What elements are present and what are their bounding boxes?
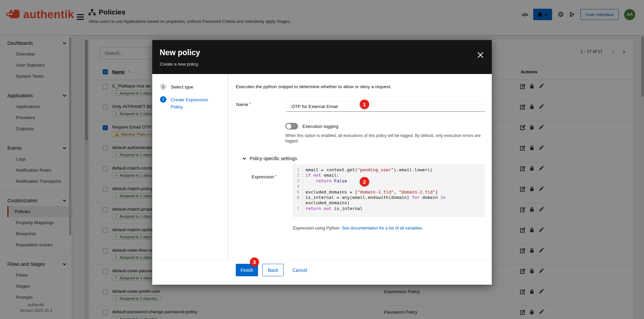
code-line: 7return not is_internal	[292, 206, 483, 211]
step-number-circle: 1	[160, 83, 166, 90]
close-icon[interactable]	[478, 52, 484, 59]
expression-help: Expression using Python. See documentati…	[293, 226, 423, 231]
line-number: 5	[292, 189, 303, 195]
cancel-button[interactable]: Cancel	[292, 264, 307, 276]
chevron-down-icon	[243, 156, 246, 160]
modal-title: New policy	[160, 48, 484, 57]
wizard-step-2[interactable]: 2Create Expression Policy	[152, 96, 228, 111]
line-number: 2	[292, 173, 303, 178]
modal-subtitle: Create a new policy.	[160, 62, 484, 67]
policy-settings-expander[interactable]: Policy-specific settings	[243, 156, 297, 161]
annotation-badge-2: 2	[360, 177, 369, 186]
code-line: 5excluded_domains = ["domain-1.tld", "do…	[292, 189, 483, 195]
execution-logging-toggle[interactable]	[285, 123, 298, 130]
step-number-circle: 2	[160, 96, 166, 103]
line-number: 3	[292, 178, 303, 184]
annotation-badge-3: 3	[250, 257, 259, 267]
execution-logging-label: Execution logging	[302, 124, 339, 129]
wizard-step-1[interactable]: 1Select type	[152, 83, 228, 91]
line-number: 7	[292, 206, 303, 211]
modal-header: New policy Create a new policy.	[152, 40, 492, 74]
line-number: 1	[292, 167, 303, 173]
expression-field-label: Expression*	[252, 174, 277, 179]
documentation-link[interactable]: See documentation for a list of all vari…	[342, 226, 423, 231]
code-line: 6is_internal = any(email.endswith(domain…	[292, 195, 483, 206]
code-line: 3 return False	[292, 178, 483, 184]
wizard-steps-nav: 1Select type2Create Expression Policy	[152, 74, 228, 260]
line-number: 6	[292, 195, 303, 206]
annotation-badge-1: 1	[360, 100, 369, 109]
code-line: 2if not email:	[292, 173, 483, 178]
expression-code-editor[interactable]: 1email = context.get("pending_user").ema…	[292, 164, 485, 217]
required-asterisk: *	[249, 102, 251, 106]
required-asterisk: *	[275, 174, 277, 178]
execution-logging-help: When this option is enabled, all executi…	[285, 133, 485, 144]
policy-name-input[interactable]	[286, 101, 485, 112]
line-number: 4	[292, 184, 303, 189]
policy-type-description: Executes the python snippet to determine…	[236, 84, 482, 89]
new-policy-modal: New policy Create a new policy. 1Select …	[152, 40, 492, 285]
policy-settings-label: Policy-specific settings	[250, 156, 297, 161]
back-button[interactable]: Back	[262, 264, 284, 276]
code-line: 4	[292, 184, 483, 189]
name-field-label: Name*	[236, 102, 251, 107]
app-root: authentik Policies Allow users to use Ap…	[0, 0, 644, 319]
modal-footer: Finish Back Cancel	[152, 260, 492, 285]
step-label: Create Expression Policy	[171, 96, 216, 111]
step-label: Select type	[171, 83, 216, 91]
code-line: 1email = context.get("pending_user").ema…	[292, 167, 483, 173]
